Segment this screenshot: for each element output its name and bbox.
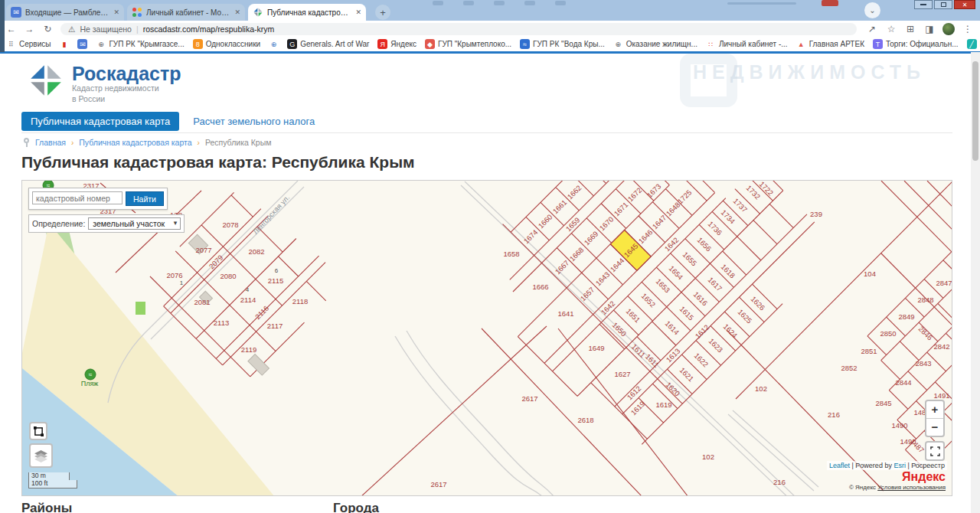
parcel-label: 1656 — [696, 236, 714, 253]
parcel-label: 2113 — [214, 319, 229, 327]
bookmark-item[interactable]: 8Одноклассники — [193, 39, 260, 49]
parcel-label: 6 — [275, 267, 278, 274]
torgi-icon: Т — [873, 39, 883, 49]
map-canvas[interactable]: 2317231713820782077207612079Ленгорская у… — [21, 180, 952, 496]
tab-cadastral-map[interactable]: Публичная кадастровая карта ✕ — [248, 4, 366, 21]
forward-icon[interactable]: → — [24, 24, 35, 34]
parcel-label: 104 — [864, 270, 876, 278]
bookmark-item[interactable]: ╱Интернет-банк — [967, 39, 980, 49]
mail-icon: ✉ — [11, 7, 21, 18]
map-scale: 30 m 100 ft — [28, 472, 77, 488]
bookmark-item[interactable]: ▲Главная АРТЕК — [796, 39, 864, 49]
bookmark-item[interactable]: ✉ — [77, 39, 87, 49]
tab-search-button[interactable]: ⌄ — [864, 2, 880, 18]
location-pin-icon — [23, 138, 30, 147]
parcel-label: 1491 — [933, 391, 949, 400]
parcel-label: 1618 — [720, 263, 737, 280]
zoom-in-button[interactable]: + — [926, 401, 943, 419]
bookmark-item[interactable]: ◆ГУП "Крымтеплоко... — [425, 39, 511, 49]
url-divider: | — [136, 25, 139, 34]
parcel-label: 1653 — [655, 277, 672, 295]
bookmark-item[interactable]: ⊕Оказание жилищн... — [613, 39, 697, 49]
close-window-button[interactable]: ✕ — [954, 0, 975, 9]
parcel-label: 1647 — [651, 214, 668, 231]
zoom-out-button[interactable]: − — [926, 419, 943, 436]
close-icon[interactable]: ✕ — [113, 8, 119, 16]
site-header: Роскадастр Кадастр недвижимости в России — [29, 64, 181, 105]
breadcrumb: Главная › Публичная кадастровая карта › … — [23, 138, 271, 147]
bookmark-item[interactable]: ⊕ГУП РК "Крымгазсе... — [96, 39, 184, 49]
bookmark-item[interactable]: ≈ГУП РК "Вода Кры... — [520, 39, 605, 49]
parcel-label: 1643 — [594, 270, 612, 288]
back-icon[interactable]: ← — [6, 24, 17, 34]
page-scrollbar[interactable] — [971, 52, 980, 513]
bookmark-item[interactable]: ЯЯндекс — [377, 39, 416, 49]
tab-title: Личный кабинет - Мои объявл — [146, 8, 230, 17]
parcel-label: 1642 — [663, 236, 681, 253]
find-button[interactable]: Найти — [126, 191, 164, 206]
bookmark-item[interactable]: ▮ — [59, 39, 69, 49]
definition-panel: Определение: земельный участок ▾ — [28, 214, 185, 233]
bookmark-item[interactable]: ∷Личный кабинет -... — [706, 39, 788, 49]
parcel-label: 1674 — [522, 228, 540, 246]
parcel-label: 2076 — [166, 271, 182, 279]
menu-icon[interactable]: ⋮ — [962, 24, 974, 34]
fullscreen-button[interactable] — [925, 441, 945, 461]
parcel-label: 2115 — [268, 276, 283, 285]
parcel-label: 1620 — [665, 381, 682, 398]
parcel-label: 2117 — [267, 322, 283, 330]
share-icon[interactable]: ↗ — [866, 24, 878, 34]
extensions-icon[interactable]: ⊞ — [904, 24, 916, 34]
background-window-artifact — [524, 1, 535, 5]
parcel-label: 1626 — [750, 295, 767, 312]
yandex-icon: Я — [377, 39, 387, 49]
parcel-label: 1667 — [554, 259, 571, 276]
maximize-button[interactable] — [934, 0, 952, 9]
parcel-label: 2081 — [194, 298, 210, 306]
parcel-label: 2079 — [207, 253, 225, 271]
voda-icon: ≈ — [520, 39, 530, 49]
new-tab-button[interactable]: + — [375, 5, 390, 20]
cadastral-number-input[interactable] — [32, 191, 122, 204]
sidebar-icon[interactable]: ◨ — [923, 24, 936, 34]
parcel-label: 1621 — [678, 366, 696, 384]
nav-public-map-tab[interactable]: Публичная кадастровая карта — [21, 112, 179, 131]
breadcrumb-home[interactable]: Главная — [35, 138, 66, 147]
leaflet-link[interactable]: Leaflet — [829, 462, 850, 469]
bookmark-item[interactable]: ⠿Сервисы — [6, 39, 51, 49]
definition-select[interactable]: земельный участок ▾ — [88, 217, 181, 230]
url-field[interactable]: ⚠ Не защищено | roscadastr.com/map/respu… — [60, 23, 857, 35]
yandex-terms-link[interactable]: Условия использования — [877, 484, 946, 491]
map-search-panel: Найти — [28, 188, 168, 210]
minimize-button[interactable] — [914, 0, 933, 9]
parcel-label: 1623 — [707, 337, 725, 355]
bookmark-item[interactable]: ⊕ — [269, 39, 279, 49]
tab-rambler-mail[interactable]: ✉ Входящие — Рамблер/почта ✕ — [6, 4, 124, 21]
parcel-label: 216 — [828, 410, 840, 419]
parcel-label: 1612 — [694, 323, 711, 341]
desktop-edge — [0, 0, 5, 52]
nav-land-tax-link[interactable]: Расчет земельного налога — [193, 116, 315, 127]
bookmark-item[interactable]: ТТорги: Официальн... — [873, 39, 959, 49]
definition-value: земельный участок — [93, 219, 165, 228]
parcel-label: 1614 — [664, 319, 681, 337]
close-icon[interactable]: ✕ — [355, 8, 361, 16]
close-icon[interactable]: ✕ — [234, 8, 240, 16]
fullscreen-icon — [930, 446, 940, 456]
mail-icon: ✉ — [77, 39, 87, 49]
scrollbar-thumb[interactable] — [972, 61, 978, 161]
extent-tool-button[interactable] — [29, 422, 47, 440]
esri-link[interactable]: Esri — [893, 462, 906, 469]
bookmark-star-icon[interactable]: ☆ — [885, 24, 897, 34]
background-window-artifact — [555, 1, 566, 5]
breadcrumb-map[interactable]: Публичная кадастровая карта — [79, 138, 191, 147]
parcel-label: 1651 — [625, 307, 642, 325]
tab-lichnyi-kabinet[interactable]: Личный кабинет - Мои объявл ✕ — [127, 4, 245, 21]
avatar[interactable] — [942, 23, 955, 35]
parcel-label: 2845 — [875, 399, 891, 407]
beach-label: Пляж — [81, 380, 99, 387]
bookmark-item[interactable]: GGenerals. Art of War — [287, 39, 369, 49]
reload-icon[interactable]: ↻ — [42, 24, 53, 34]
layers-button[interactable] — [29, 443, 53, 468]
parcel-label: 216 — [773, 478, 786, 486]
